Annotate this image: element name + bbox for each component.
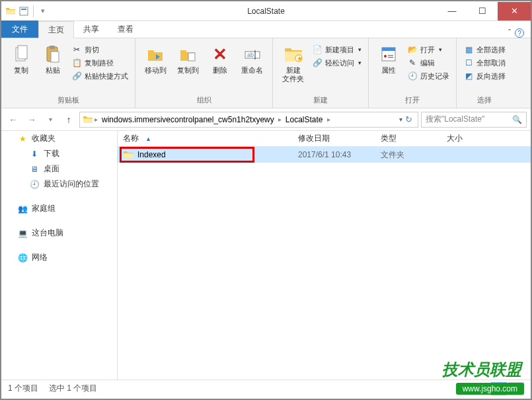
invert-icon: ◩ (463, 71, 474, 81)
copy-icon (11, 44, 32, 65)
select-none-icon: ☐ (463, 58, 474, 68)
window-controls: — ☐ ✕ (437, 2, 531, 20)
properties-icon[interactable] (19, 6, 29, 17)
column-type[interactable]: 类型 (375, 133, 441, 144)
file-list: 名称▲ 修改日期 类型 大小 Indexed 2017/6/1 10:43 文件… (118, 131, 531, 380)
sidebar-favorites[interactable]: ★收藏夹 (1, 131, 117, 146)
address-bar[interactable]: ▸ windows.immersivecontrolpanel_cw5n1h2t… (79, 112, 418, 128)
ribbon-group-clipboard: 复制 粘贴 ✂剪切 📋复制路径 🔗粘贴快捷方式 剪贴板 (1, 38, 135, 108)
desktop-icon: 🖥 (29, 164, 40, 175)
svg-rect-17 (388, 57, 393, 58)
sidebar-network[interactable]: 🌐网络 (1, 250, 117, 265)
refresh-button[interactable]: ↻ (405, 114, 412, 124)
window-title: LocalState (247, 7, 285, 16)
file-name-cell: Indexed (118, 149, 293, 160)
search-input[interactable]: 搜索"LocalState" 🔍 (421, 112, 527, 128)
sidebar: ★收藏夹 ⬇下载 🖥桌面 🕘最近访问的位置 👥家庭组 💻这台电脑 🌐网络 (1, 131, 118, 380)
select-none-button[interactable]: ☐全部取消 (462, 57, 507, 69)
sidebar-thispc[interactable]: 💻这台电脑 (1, 225, 117, 241)
new-folder-icon: ★ (283, 44, 304, 65)
select-all-button[interactable]: ▦全部选择 (462, 44, 507, 56)
ribbon-group-select: ▦全部选择 ☐全部取消 ◩反向选择 选择 (457, 38, 512, 108)
scissors-icon: ✂ (71, 44, 82, 55)
folder-icon (83, 114, 93, 125)
breadcrumb-item[interactable]: LocalState (283, 115, 326, 124)
minimize-button[interactable]: — (437, 2, 467, 20)
history-button[interactable]: 🕘历史记录 (406, 70, 451, 82)
move-to-button[interactable]: 移动到 (141, 41, 171, 77)
new-folder-button[interactable]: ★ 新建 文件夹 (278, 41, 308, 86)
breadcrumb-item[interactable]: windows.immersivecontrolpanel_cw5n1h2txy… (99, 115, 277, 124)
chevron-right-icon[interactable]: ▸ (278, 116, 282, 123)
open-button[interactable]: 📂打开▾ (406, 44, 451, 56)
svg-rect-6 (51, 52, 59, 62)
maximize-button[interactable]: ☐ (467, 2, 498, 20)
copy-to-icon (178, 44, 199, 65)
recent-icon: 🕘 (29, 179, 40, 190)
network-icon: 🌐 (17, 253, 28, 263)
ribbon-tabs: 文件 主页 共享 查看 ˆ ? (1, 21, 531, 38)
svg-rect-7 (188, 53, 195, 61)
svg-rect-3 (18, 46, 27, 59)
invert-selection-button[interactable]: ◩反向选择 (462, 70, 507, 82)
chevron-right-icon[interactable]: ▸ (95, 116, 98, 123)
folder-icon (123, 149, 133, 160)
help-icon[interactable]: ? (515, 28, 524, 38)
recent-dropdown[interactable]: ▾ (42, 112, 58, 128)
sidebar-downloads[interactable]: ⬇下载 (1, 146, 117, 161)
paste-button[interactable]: 粘贴 (38, 41, 67, 77)
ribbon-group-open: 属性 📂打开▾ ✎编辑 🕘历史记录 打开 (369, 38, 457, 108)
forward-button[interactable]: → (24, 112, 40, 128)
download-icon: ⬇ (29, 149, 40, 159)
qat-dropdown-icon[interactable]: ▾ (38, 6, 48, 17)
chevron-right-icon[interactable]: ▸ (327, 116, 330, 123)
column-headers: 名称▲ 修改日期 类型 大小 (118, 131, 531, 147)
tab-share[interactable]: 共享 (74, 20, 108, 38)
easy-access-icon: 🔗 (312, 58, 323, 68)
copy-to-button[interactable]: 复制到 (173, 41, 203, 77)
easy-access-button[interactable]: 🔗轻松访问▾ (311, 57, 363, 69)
rename-button[interactable]: ab 重命名 (237, 41, 267, 77)
delete-button[interactable]: ✕ 删除 (206, 41, 235, 77)
ribbon-right: ˆ ? (508, 28, 531, 38)
svg-rect-16 (388, 55, 393, 56)
back-button[interactable]: ← (5, 112, 21, 128)
tab-home[interactable]: 主页 (38, 21, 74, 38)
search-icon: 🔍 (512, 115, 522, 124)
properties-icon (378, 44, 399, 65)
address-dropdown-icon[interactable]: ▾ (399, 116, 402, 123)
content: ★收藏夹 ⬇下载 🖥桌面 🕘最近访问的位置 👥家庭组 💻这台电脑 🌐网络 名称▲… (1, 131, 531, 380)
ribbon-group-new: ★ 新建 文件夹 📄新建项目▾ 🔗轻松访问▾ 新建 (273, 38, 369, 108)
up-button[interactable]: ↑ (61, 112, 77, 128)
sidebar-homegroup[interactable]: 👥家庭组 (1, 201, 117, 216)
select-all-icon: ▦ (463, 44, 474, 55)
delete-icon: ✕ (209, 44, 231, 65)
tab-file[interactable]: 文件 (1, 20, 38, 38)
computer-icon: 💻 (17, 228, 28, 239)
paste-shortcut-button[interactable]: 🔗粘贴快捷方式 (70, 70, 130, 82)
open-icon: 📂 (407, 44, 418, 55)
column-size[interactable]: 大小 (441, 133, 494, 144)
new-item-button[interactable]: 📄新建项目▾ (311, 44, 363, 56)
edit-button[interactable]: ✎编辑 (406, 57, 451, 69)
cut-button[interactable]: ✂剪切 (70, 44, 130, 56)
ribbon-expand-icon[interactable]: ˆ (508, 28, 511, 38)
quick-access-toolbar: ▾ (1, 5, 48, 17)
new-item-icon: 📄 (312, 44, 323, 55)
tab-view[interactable]: 查看 (108, 20, 143, 38)
svg-rect-1 (21, 9, 26, 10)
column-name[interactable]: 名称▲ (118, 133, 293, 144)
sidebar-desktop[interactable]: 🖥桌面 (1, 161, 117, 177)
copy-path-button[interactable]: 📋复制路径 (70, 57, 130, 69)
column-date[interactable]: 修改日期 (293, 133, 375, 144)
star-icon: ★ (17, 134, 28, 144)
file-row[interactable]: Indexed 2017/6/1 10:43 文件夹 (118, 147, 531, 163)
sidebar-recent[interactable]: 🕘最近访问的位置 (1, 177, 117, 192)
properties-button[interactable]: 属性 (374, 41, 403, 77)
svg-rect-5 (50, 46, 55, 49)
copy-button[interactable]: 复制 (7, 41, 36, 77)
folder-icon (5, 6, 16, 17)
svg-text:★: ★ (297, 55, 303, 62)
status-item-count: 1 个项目 (8, 383, 38, 394)
close-button[interactable]: ✕ (498, 2, 531, 20)
